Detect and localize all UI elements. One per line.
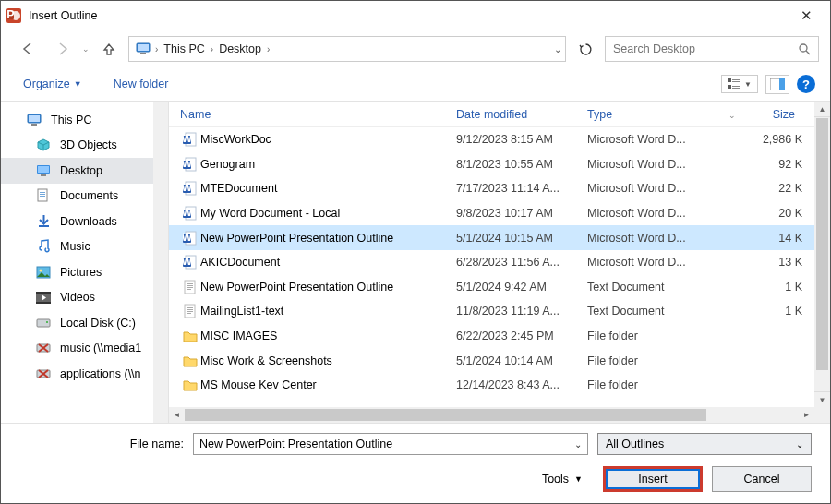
back-button[interactable]: [12, 36, 43, 62]
hscroll-thumb[interactable]: [185, 409, 706, 421]
up-button[interactable]: [93, 36, 125, 62]
tree-item-music[interactable]: Music: [1, 234, 168, 260]
svg-rect-13: [732, 86, 740, 87]
file-row[interactable]: New PowerPoint Presentation Outline5/1/2…: [169, 275, 830, 300]
tree-item-downloads[interactable]: Downloads: [1, 209, 168, 234]
tree-item-3d-objects[interactable]: 3D Objects: [1, 133, 168, 159]
svg-rect-5: [138, 44, 149, 51]
horizontal-scrollbar[interactable]: ◄ ►: [169, 407, 814, 423]
organize-label: Organize: [23, 78, 70, 90]
tools-menu[interactable]: Tools ▼: [542, 473, 583, 486]
file-row[interactable]: WMy Word Document - Local9/8/2023 10:17 …: [169, 201, 830, 226]
file-name: My Word Document - Local: [200, 207, 456, 220]
netx-icon: [36, 367, 51, 380]
file-type: Text Document: [587, 305, 723, 318]
svg-text:W: W: [183, 157, 193, 170]
insert-button[interactable]: Insert: [603, 466, 703, 492]
file-row[interactable]: MS Mouse Kev Center12/14/2023 8:43 A...F…: [169, 373, 830, 398]
svg-rect-9: [728, 78, 731, 82]
file-list: Name Date modified Type Size⌄ WMiscWorkD…: [169, 102, 830, 423]
word-icon: W: [180, 132, 200, 147]
file-row[interactable]: WMTEDocument7/17/2023 11:14 A...Microsof…: [169, 176, 830, 201]
file-name-combo[interactable]: New PowerPoint Presentation Outline ⌄: [193, 433, 588, 455]
file-row[interactable]: MailingList1-text11/8/2023 11:19 A...Tex…: [169, 299, 830, 324]
chevron-icon[interactable]: ›: [209, 44, 215, 54]
nav-bar: ⌄ › This PC › Desktop › ⌄: [1, 30, 830, 67]
main-split: This PC 3D ObjectsDesktopDocumentsDownlo…: [1, 101, 830, 424]
search-icon: [798, 42, 811, 55]
file-row[interactable]: WMiscWorkDoc9/12/2023 8:15 AMMicrosoft W…: [169, 127, 830, 152]
chevron-down-icon[interactable]: ⌄: [796, 439, 803, 450]
tree-label: Downloads: [60, 215, 117, 228]
tree-item-music-media1[interactable]: music (\\media1: [1, 336, 168, 362]
file-type-filter[interactable]: All Outlines ⌄: [597, 433, 812, 455]
dialog-title: Insert Outline: [29, 9, 788, 22]
tree-item-pictures[interactable]: Pictures: [1, 259, 168, 285]
tree-item-local-disk-c-[interactable]: Local Disk (C:): [1, 310, 168, 336]
file-date: 5/1/2024 10:15 AM: [456, 232, 587, 245]
svg-rect-18: [29, 115, 40, 122]
tree-label: 3D Objects: [60, 138, 117, 151]
breadcrumb-this-pc[interactable]: This PC: [160, 42, 208, 55]
word-icon: W: [180, 255, 200, 270]
view-mode-button[interactable]: ▼: [721, 75, 758, 93]
file-type: Microsoft Word D...: [587, 256, 723, 269]
scroll-right-icon[interactable]: ►: [799, 411, 814, 419]
file-row[interactable]: WNew PowerPoint Presentation Outline5/1/…: [169, 225, 830, 250]
file-date: 5/1/2024 10:14 AM: [456, 354, 587, 367]
scroll-up-icon[interactable]: ▲: [814, 102, 830, 117]
file-name: AKICDocument: [200, 256, 456, 269]
chevron-icon[interactable]: ›: [265, 44, 271, 54]
help-button[interactable]: ?: [797, 75, 815, 93]
chevron-down-icon: ▼: [574, 474, 583, 484]
search-box[interactable]: [605, 36, 819, 62]
recent-drop[interactable]: ⌄: [82, 44, 90, 54]
file-row[interactable]: WAKICDocument6/28/2023 11:56 A...Microso…: [169, 250, 830, 275]
scroll-down-icon[interactable]: ▼: [814, 391, 830, 407]
search-input[interactable]: [613, 42, 798, 55]
tree-label: Documents: [60, 189, 118, 202]
tree-this-pc[interactable]: This PC: [1, 107, 168, 133]
chevron-down-icon: ▼: [74, 79, 82, 89]
cancel-button[interactable]: Cancel: [712, 466, 812, 492]
tree-label: Local Disk (C:): [60, 317, 136, 330]
scroll-left-icon[interactable]: ◄: [169, 411, 185, 419]
file-date: 6/22/2023 2:45 PM: [456, 330, 587, 342]
vertical-scrollbar[interactable]: ▲ ▼: [814, 102, 830, 407]
chevron-down-icon[interactable]: ⌄: [574, 439, 582, 450]
new-folder-button[interactable]: New folder: [114, 78, 169, 90]
file-type: Microsoft Word D...: [587, 158, 723, 171]
address-drop-icon[interactable]: ⌄: [554, 44, 561, 54]
file-name: MiscWorkDoc: [200, 133, 456, 146]
file-type: File folder: [587, 330, 723, 342]
file-name: MailingList1-text: [200, 305, 456, 318]
pc-icon: [27, 114, 42, 126]
organize-menu[interactable]: Organize ▼: [23, 78, 82, 90]
tree-item-applications-n[interactable]: applications (\\n: [1, 361, 168, 387]
preview-pane-button[interactable]: [765, 75, 789, 94]
file-row[interactable]: Misc Work & Screenshots5/1/2024 10:14 AM…: [169, 348, 830, 373]
close-button[interactable]: ✕: [788, 7, 825, 24]
file-name: New PowerPoint Presentation Outline: [200, 232, 456, 245]
svg-rect-67: [187, 287, 193, 288]
file-row[interactable]: MISC IMAGES6/22/2023 2:45 PMFile folder: [169, 324, 830, 349]
tree-scrollbar[interactable]: [153, 102, 168, 423]
address-bar[interactable]: › This PC › Desktop › ⌄: [128, 36, 566, 62]
nav-tree[interactable]: This PC 3D ObjectsDesktopDocumentsDownlo…: [1, 102, 169, 423]
file-name: Genogram: [200, 158, 456, 171]
chevron-icon[interactable]: ›: [153, 44, 160, 54]
col-date[interactable]: Date modified: [456, 108, 587, 121]
tree-label: music (\\media1: [60, 342, 141, 354]
col-type[interactable]: Type: [587, 108, 723, 121]
col-name[interactable]: Name: [180, 108, 456, 121]
forward-button[interactable]: [47, 36, 78, 62]
tree-item-documents[interactable]: Documents: [1, 184, 168, 210]
breadcrumb-desktop[interactable]: Desktop: [215, 42, 265, 55]
file-date: 11/8/2023 11:19 A...: [456, 305, 587, 318]
text-icon: [180, 280, 200, 294]
scroll-thumb[interactable]: [816, 118, 828, 370]
file-row[interactable]: WGenogram8/1/2023 10:55 AMMicrosoft Word…: [169, 152, 830, 177]
refresh-button[interactable]: [570, 36, 601, 62]
tree-item-videos[interactable]: Videos: [1, 285, 168, 311]
tree-item-desktop[interactable]: Desktop: [1, 158, 168, 184]
